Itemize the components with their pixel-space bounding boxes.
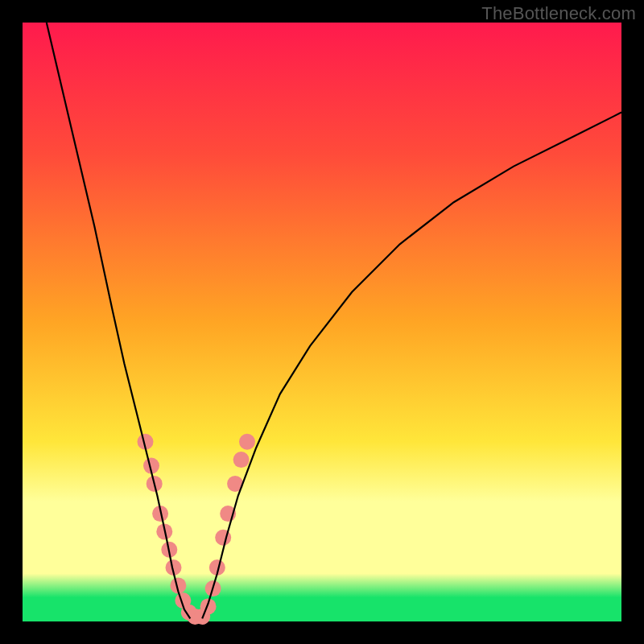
plot-area xyxy=(23,23,621,621)
chart-svg xyxy=(23,23,621,621)
curve-right xyxy=(202,113,621,619)
watermark-text: TheBottleneck.com xyxy=(481,3,636,24)
dot-layer xyxy=(138,434,256,625)
marker-dot xyxy=(215,530,231,546)
outer-frame: TheBottleneck.com xyxy=(0,0,644,644)
marker-dot xyxy=(239,434,255,450)
marker-dot xyxy=(233,452,250,468)
